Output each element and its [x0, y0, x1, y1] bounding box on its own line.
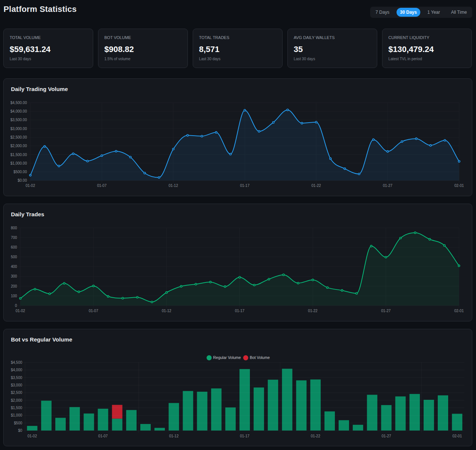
svg-text:$2,500.00: $2,500.00: [10, 135, 27, 139]
svg-text:01-07: 01-07: [97, 183, 107, 187]
svg-text:$500: $500: [14, 421, 23, 425]
svg-text:$3,500: $3,500: [11, 375, 22, 379]
svg-text:$1,000: $1,000: [11, 413, 22, 417]
svg-text:01-07: 01-07: [89, 308, 98, 313]
svg-text:01-02: 01-02: [16, 308, 25, 313]
svg-text:02-01: 02-01: [454, 308, 464, 313]
svg-text:01-17: 01-17: [240, 434, 250, 438]
svg-text:$500.00: $500.00: [13, 170, 27, 174]
svg-text:$1,000.00: $1,000.00: [10, 161, 27, 165]
svg-text:01-02: 01-02: [26, 183, 35, 187]
svg-text:200: 200: [11, 284, 17, 288]
svg-text:$3,000: $3,000: [11, 383, 22, 387]
svg-text:500: 500: [11, 255, 17, 259]
svg-text:$0: $0: [18, 428, 23, 433]
svg-text:$0.00: $0.00: [17, 178, 27, 182]
svg-text:01-12: 01-12: [169, 434, 179, 438]
svg-text:01-07: 01-07: [98, 434, 108, 438]
svg-text:$4,500.00: $4,500.00: [10, 100, 27, 104]
svg-text:$4,000.00: $4,000.00: [10, 109, 27, 113]
svg-text:700: 700: [11, 235, 17, 239]
svg-text:01-22: 01-22: [308, 308, 318, 313]
svg-text:300: 300: [11, 274, 17, 278]
svg-text:$2,500: $2,500: [11, 391, 22, 395]
svg-text:100: 100: [11, 294, 17, 298]
svg-text:01-12: 01-12: [162, 308, 172, 313]
svg-text:02-01: 02-01: [452, 434, 462, 438]
svg-text:01-27: 01-27: [383, 183, 392, 187]
svg-text:$2,000.00: $2,000.00: [10, 144, 27, 148]
svg-text:600: 600: [11, 245, 17, 249]
svg-text:01-27: 01-27: [381, 308, 391, 313]
svg-text:01-02: 01-02: [27, 434, 37, 438]
svg-text:$4,500: $4,500: [11, 360, 22, 364]
svg-text:01-22: 01-22: [312, 183, 321, 187]
svg-text:$1,500: $1,500: [11, 406, 22, 410]
svg-text:$3,000.00: $3,000.00: [10, 126, 27, 130]
svg-text:$1,500.00: $1,500.00: [10, 152, 27, 156]
svg-text:01-17: 01-17: [240, 183, 250, 187]
svg-text:01-17: 01-17: [235, 308, 245, 313]
svg-text:$4,000: $4,000: [11, 368, 22, 372]
svg-text:$2,000: $2,000: [11, 398, 22, 402]
svg-text:Bot Volume: Bot Volume: [250, 355, 270, 360]
svg-text:01-22: 01-22: [311, 434, 320, 438]
svg-text:01-27: 01-27: [382, 434, 391, 438]
svg-text:800: 800: [11, 226, 17, 230]
svg-text:400: 400: [11, 265, 17, 269]
svg-text:02-01: 02-01: [454, 183, 464, 187]
svg-text:$3,500.00: $3,500.00: [10, 118, 27, 122]
svg-text:01-12: 01-12: [169, 183, 178, 187]
svg-text:Regular Volume: Regular Volume: [213, 355, 241, 360]
svg-text:0: 0: [15, 303, 17, 307]
